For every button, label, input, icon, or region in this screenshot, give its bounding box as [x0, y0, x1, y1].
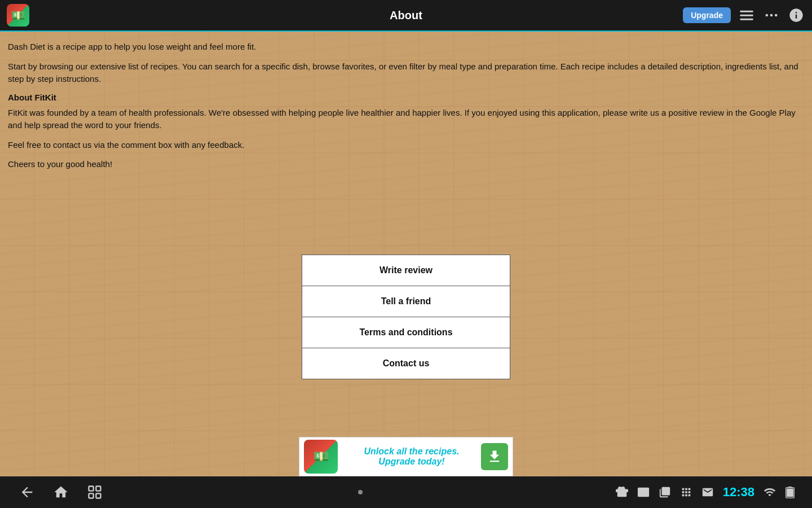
- svg-rect-6: [89, 487, 94, 491]
- ad-text: Unlock all the recipes. Upgrade today!: [342, 446, 481, 467]
- svg-rect-0: [740, 11, 753, 12]
- about-content: Dash Diet is a recipe app to help you lo…: [0, 32, 812, 171]
- gallery-icon: [637, 486, 650, 498]
- bottom-status: 12:38: [616, 485, 795, 500]
- wifi-icon: [764, 486, 776, 498]
- back-button[interactable]: [17, 482, 37, 502]
- bottom-nav: [17, 482, 105, 502]
- ad-banner[interactable]: 💵 Unlock all the recipes. Upgrade today!: [299, 437, 513, 476]
- action-buttons-container: Write review Tell a friend Terms and con…: [302, 255, 510, 379]
- menu-icon[interactable]: [738, 6, 756, 24]
- contact-button[interactable]: Contact us: [302, 348, 510, 379]
- page-title: About: [390, 9, 422, 22]
- about-heading: About FitKit: [8, 93, 804, 102]
- email-icon: [701, 486, 714, 498]
- terms-button[interactable]: Terms and conditions: [302, 317, 510, 348]
- tell-friend-button[interactable]: Tell a friend: [302, 286, 510, 317]
- topbar-right: Upgrade: [683, 6, 805, 24]
- svg-point-5: [775, 14, 778, 17]
- gift-icon: [616, 486, 628, 498]
- contact-para: Feel free to contact us via the comment …: [8, 139, 804, 152]
- bottom-center: [358, 490, 363, 494]
- write-review-button[interactable]: Write review: [302, 255, 510, 286]
- svg-rect-11: [788, 487, 792, 488]
- info-icon[interactable]: [787, 6, 805, 24]
- recents-button[interactable]: [85, 482, 105, 502]
- cheers-para: Cheers to your good health!: [8, 158, 804, 171]
- home-indicator: [358, 490, 363, 494]
- svg-rect-7: [96, 487, 100, 491]
- upgrade-button[interactable]: Upgrade: [683, 7, 731, 23]
- more-icon[interactable]: [762, 6, 780, 24]
- svg-rect-12: [787, 489, 793, 497]
- clock: 12:38: [723, 485, 754, 500]
- ad-download-icon: [481, 443, 508, 470]
- home-button[interactable]: [51, 482, 71, 502]
- ad-app-icon: 💵: [304, 440, 338, 474]
- svg-point-3: [766, 14, 769, 17]
- svg-rect-1: [740, 15, 753, 16]
- svg-rect-9: [96, 493, 100, 498]
- bottom-bar: 12:38: [0, 476, 812, 508]
- fitkit-para: FitKit was founded by a team of health p…: [8, 107, 804, 132]
- app-icon: 💵: [7, 4, 29, 27]
- main-content: Dash Diet is a recipe app to help you lo…: [0, 32, 812, 476]
- intro-para: Dash Diet is a recipe app to help you lo…: [8, 41, 804, 54]
- description-para: Start by browsing our extensive list of …: [8, 60, 804, 86]
- svg-rect-8: [89, 493, 94, 498]
- top-bar: 💵 About Upgrade: [0, 0, 812, 32]
- ad-line1: Unlock all the recipes.: [342, 446, 481, 457]
- svg-rect-2: [740, 19, 753, 20]
- apps-icon: [680, 486, 692, 498]
- svg-point-4: [770, 14, 773, 17]
- topbar-left: 💵: [7, 4, 29, 27]
- screenshot-icon: [659, 486, 671, 498]
- battery-icon: [785, 486, 795, 498]
- ad-line2: Upgrade today!: [342, 457, 481, 467]
